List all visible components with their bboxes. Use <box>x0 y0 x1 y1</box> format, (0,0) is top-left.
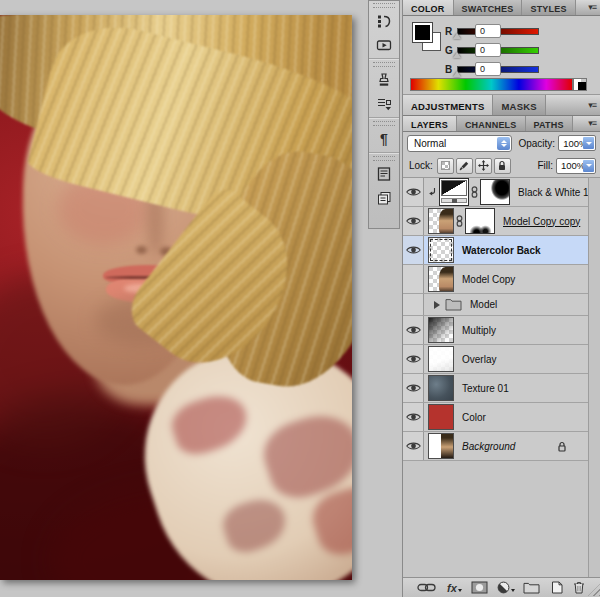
delete-layer-icon[interactable] <box>573 581 585 594</box>
history-panel-icon[interactable] <box>369 9 399 33</box>
layer-thumbnail[interactable] <box>428 404 454 430</box>
layer-name: Model <box>470 299 497 310</box>
tab-channels[interactable]: CHANNELS <box>457 116 526 131</box>
tab-masks[interactable]: MASKS <box>493 95 545 115</box>
fill-dropdown-icon[interactable] <box>583 160 594 172</box>
scrollbar-track <box>588 178 600 597</box>
layer-thumbnail[interactable] <box>428 375 454 401</box>
panel-menu-icon[interactable]: ▾≡ <box>588 118 596 128</box>
new-group-icon[interactable] <box>523 582 540 594</box>
tab-styles[interactable]: STYLES <box>522 0 575 15</box>
clone-source-panel-icon[interactable] <box>369 68 399 92</box>
opacity-label: Opacity: <box>518 138 555 149</box>
dock-grip[interactable] <box>373 62 395 67</box>
tab-color[interactable]: COLOR <box>403 0 454 15</box>
layer-mask-thumbnail[interactable] <box>465 208 495 234</box>
layer-thumbnail[interactable] <box>428 266 454 292</box>
link-icon <box>456 215 463 227</box>
eye-icon <box>406 383 421 393</box>
layer-name: Texture 01 <box>462 383 509 394</box>
dock-grip[interactable] <box>373 3 395 8</box>
fill-label: Fill: <box>537 160 553 171</box>
layer-thumbnail[interactable] <box>428 237 454 263</box>
layer-row-model-copy[interactable]: Model Copy <box>403 265 589 294</box>
visibility-toggle[interactable] <box>403 294 424 315</box>
opacity-field[interactable]: 100% <box>558 135 596 151</box>
new-adjustment-layer-icon[interactable] <box>497 581 515 594</box>
paragraph-panel-icon[interactable]: ¶ <box>369 127 399 151</box>
eye-icon <box>406 187 421 197</box>
panel-resize-grip[interactable] <box>588 584 600 596</box>
dock-grip[interactable] <box>373 121 395 126</box>
layer-row-texture-01[interactable]: Texture 01 <box>403 374 589 403</box>
layer-row-model-copy-copy[interactable]: Model Copy copy <box>403 207 589 236</box>
layer-thumbnail[interactable] <box>428 433 454 459</box>
color-panel-body: R 0 G 0 B 0 <box>403 16 600 95</box>
layer-row-overlay[interactable]: Overlay <box>403 345 589 374</box>
watercolor-splotch <box>218 493 292 558</box>
tab-swatches[interactable]: SWATCHES <box>454 0 523 15</box>
green-value-field[interactable]: 0 <box>475 43 501 57</box>
visibility-toggle[interactable] <box>403 432 424 460</box>
layer-row-background[interactable]: Background <box>403 432 589 461</box>
lock-pixels-button[interactable] <box>456 158 473 174</box>
paragraph-glyph: ¶ <box>380 131 388 147</box>
layer-row-multiply[interactable]: Multiply <box>403 316 589 345</box>
layer-row-watercolor-back[interactable]: Watercolor Back <box>403 236 589 265</box>
layer-thumbnail[interactable] <box>428 208 454 234</box>
tab-paths[interactable]: PATHS <box>526 116 573 131</box>
layer-style-fx-icon[interactable]: fx <box>447 582 462 594</box>
visibility-toggle[interactable] <box>403 265 424 293</box>
tab-layers[interactable]: LAYERS <box>403 116 457 131</box>
opacity-dropdown-icon[interactable] <box>583 137 594 149</box>
move-icon <box>478 160 489 171</box>
red-value-field[interactable]: 0 <box>475 24 501 38</box>
visibility-toggle[interactable] <box>403 345 424 373</box>
notes-panel-icon[interactable] <box>369 162 399 186</box>
layer-thumbnail[interactable] <box>428 317 454 343</box>
visibility-toggle[interactable] <box>403 178 424 206</box>
red-slider-row: R 0 <box>445 24 501 38</box>
blend-mode-dropdown[interactable]: Normal <box>407 135 512 152</box>
layer-list: Black & White 1 Model Copy copy <box>403 178 600 597</box>
eye-icon <box>406 354 421 364</box>
lock-transparency-button[interactable] <box>437 158 454 174</box>
layer-name: Overlay <box>462 354 496 365</box>
green-slider-thumb[interactable] <box>453 52 461 58</box>
animation-panel-icon[interactable] <box>369 92 399 116</box>
watercolor-splotch <box>166 388 253 461</box>
dock-grip[interactable] <box>373 156 395 161</box>
visibility-toggle[interactable] <box>403 316 424 344</box>
layer-row-model-group[interactable]: Model <box>403 294 589 316</box>
document-canvas[interactable] <box>0 15 352 580</box>
panel-menu-icon[interactable]: ▾≡ <box>588 2 596 12</box>
new-layer-icon[interactable] <box>550 581 563 594</box>
fill-field[interactable]: 100% <box>556 158 596 174</box>
lock-all-button[interactable] <box>494 158 511 174</box>
blue-slider-thumb[interactable] <box>453 71 461 77</box>
layer-row-black-and-white[interactable]: Black & White 1 <box>403 178 589 207</box>
visibility-toggle[interactable] <box>403 403 424 431</box>
visibility-toggle[interactable] <box>403 374 424 402</box>
add-layer-mask-icon[interactable] <box>471 581 488 594</box>
ramp-end-swatches[interactable] <box>573 78 587 91</box>
foreground-color-swatch[interactable] <box>412 22 433 43</box>
lock-position-button[interactable] <box>475 158 492 174</box>
color-spectrum-ramp[interactable] <box>410 78 573 91</box>
visibility-toggle[interactable] <box>403 236 424 264</box>
layer-name: Watercolor Back <box>462 245 541 256</box>
layer-comps-panel-icon[interactable] <box>369 186 399 210</box>
red-slider-thumb[interactable] <box>453 33 461 39</box>
link-layers-icon[interactable] <box>417 583 436 592</box>
panel-menu-icon[interactable]: ▾≡ <box>588 100 596 110</box>
layer-thumbnail[interactable] <box>428 346 454 372</box>
disclosure-triangle-icon[interactable] <box>434 301 440 309</box>
tab-adjustments[interactable]: ADJUSTMENTS <box>403 95 493 115</box>
layer-row-color[interactable]: Color <box>403 403 589 432</box>
eye-icon <box>406 441 421 451</box>
visibility-toggle[interactable] <box>403 207 424 235</box>
layer-mask-thumbnail[interactable] <box>480 179 510 205</box>
blue-value-field[interactable]: 0 <box>475 62 501 76</box>
adjustment-layer-thumbnail[interactable] <box>439 178 469 206</box>
actions-panel-icon[interactable] <box>369 33 399 57</box>
